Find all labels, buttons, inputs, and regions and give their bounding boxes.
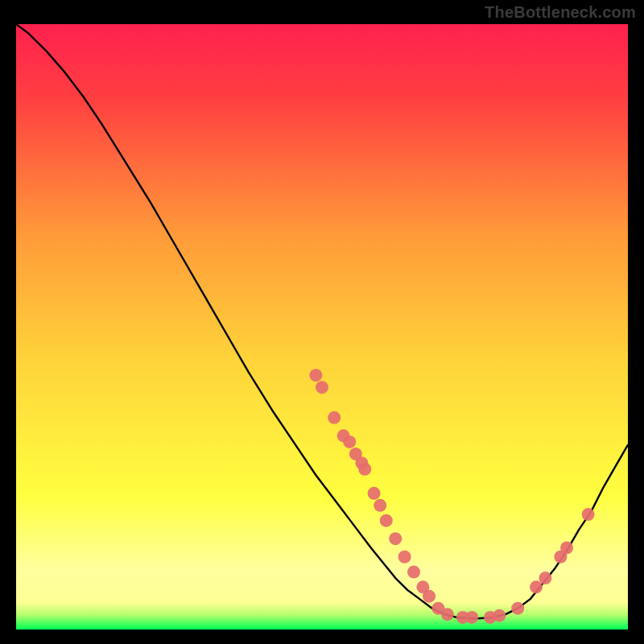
data-point <box>398 551 411 564</box>
data-point <box>343 436 356 448</box>
data-point <box>316 381 328 394</box>
data-point <box>407 566 420 579</box>
watermark-text: TheBottleneck.com <box>485 3 636 22</box>
data-point <box>530 580 543 593</box>
data-point <box>441 608 454 621</box>
data-point <box>380 514 393 527</box>
data-point <box>358 463 371 476</box>
chart-svg <box>16 24 628 630</box>
data-point <box>493 609 506 622</box>
data-point <box>328 411 341 424</box>
chart-container: TheBottleneck.com <box>0 0 644 644</box>
gradient-background <box>16 24 628 630</box>
data-point <box>389 532 402 545</box>
data-point <box>368 487 381 500</box>
data-point <box>582 508 595 521</box>
plot-area <box>16 24 628 630</box>
data-point <box>465 611 478 624</box>
data-point <box>539 572 551 584</box>
data-point <box>560 541 573 554</box>
data-point <box>423 590 436 603</box>
data-point <box>511 602 524 615</box>
data-point <box>309 369 322 382</box>
data-point <box>374 499 386 512</box>
